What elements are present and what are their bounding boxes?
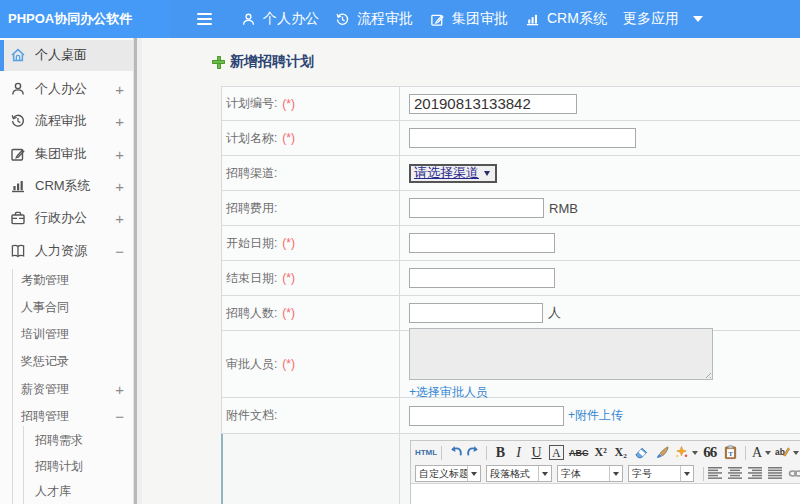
editor-content-area[interactable]: [411, 484, 800, 504]
form-input-cell: [400, 121, 800, 155]
editor-strikethrough-button[interactable]: ABC: [567, 443, 591, 463]
end-date-input[interactable]: [409, 268, 555, 288]
editor-custom-title-combo[interactable]: 自定义标题: [415, 465, 481, 482]
approver-textarea[interactable]: [409, 328, 713, 380]
sidebar-item-personal-office[interactable]: 个人办公+: [0, 73, 133, 105]
combo-arrow[interactable]: [609, 466, 622, 481]
sidebar-item-personal-desktop[interactable]: 个人桌面: [0, 40, 133, 71]
sidebar-scrollbar-thumb[interactable]: [134, 38, 137, 504]
required-marker: (*): [282, 271, 295, 285]
editor-emoticons-button[interactable]: [673, 443, 700, 463]
sidebar-subitem-hr-contract[interactable]: 人事合同: [0, 294, 133, 321]
sidebar-item-label: 流程审批: [35, 112, 87, 130]
editor-highlight-button[interactable]: ab: [774, 443, 800, 463]
recruit-count-input[interactable]: [409, 303, 543, 323]
editor-source-button[interactable]: HTML: [415, 443, 437, 463]
editor-paste-button[interactable]: T: [720, 443, 741, 463]
editor-undo-button[interactable]: [446, 443, 464, 463]
editor-italic-button[interactable]: I: [510, 443, 527, 463]
clipboard-icon: T: [723, 445, 738, 460]
combo-arrow[interactable]: [538, 466, 551, 481]
sidebar-item-human-resources[interactable]: 人力资源−: [0, 234, 133, 266]
sidebar-item-workflow-approval[interactable]: 流程审批+: [0, 105, 133, 137]
menu-toggle-icon[interactable]: [197, 13, 212, 25]
input-suffix: RMB: [549, 201, 578, 216]
editor-fontcolor-button[interactable]: A: [750, 443, 774, 463]
resize-handle-icon[interactable]: [702, 369, 711, 378]
attachment-link[interactable]: +附件上传: [568, 407, 623, 424]
editor-bold-button[interactable]: B: [491, 443, 510, 463]
editor-superscript-button[interactable]: X²: [591, 443, 611, 463]
form-label: 审批人员:: [226, 356, 277, 373]
svg-text:ab: ab: [775, 447, 785, 457]
topnav-label: 更多应用: [623, 10, 679, 28]
expand-toggle-icon[interactable]: +: [115, 210, 124, 227]
sidebar-submenu: 考勤管理人事合同培训管理奖惩记录薪资管理+招聘管理−招聘需求招聘计划人才库: [0, 267, 133, 504]
editor-link-button[interactable]: [788, 468, 800, 480]
sidebar-subitem-talent-pool[interactable]: 人才库: [0, 479, 133, 504]
form-input-cell: RMB: [400, 191, 800, 225]
sidebar-scrollbar[interactable]: [134, 38, 142, 504]
plan-name-input[interactable]: [409, 128, 636, 148]
sidebar-subitem-recruit-demand[interactable]: 招聘需求: [0, 428, 133, 454]
expand-toggle-icon[interactable]: +: [115, 381, 124, 398]
form-label: 招聘人数:: [226, 305, 277, 322]
topnav-item-more-apps[interactable]: 更多应用: [623, 0, 703, 38]
sidebar-subitem-salary-mgmt[interactable]: 薪资管理+: [0, 376, 133, 403]
editor-underline-button[interactable]: U: [527, 443, 546, 463]
sidebar-subitem-reward-punish-record[interactable]: 奖惩记录: [0, 348, 133, 375]
combo-arrow[interactable]: [467, 466, 480, 481]
topnav-item-crm-system[interactable]: CRM系统: [525, 0, 607, 38]
editor-removeformat-button[interactable]: [631, 443, 652, 463]
editor-redo-button[interactable]: [464, 443, 482, 463]
sidebar-subitem-label: 奖惩记录: [21, 353, 69, 370]
form-row-plan-name: 计划名称:(*): [221, 121, 800, 156]
caret-down-icon: [793, 451, 799, 455]
editor-paragraph-format-combo[interactable]: 段落格式: [486, 465, 552, 482]
form-label: 计划编号:: [226, 95, 277, 112]
expand-toggle-icon[interactable]: +: [115, 81, 124, 98]
editor-subscript-button[interactable]: X₂: [611, 443, 631, 463]
editor-fontstyle-button[interactable]: A: [549, 445, 564, 460]
form-label-cell: 审批人员:(*): [221, 331, 400, 397]
sidebar-subitem-attendance-mgmt[interactable]: 考勤管理: [0, 267, 133, 294]
attachment-input[interactable]: [409, 406, 564, 426]
form-row-approver: 审批人员:(*)+选择审批人员: [221, 331, 800, 398]
form-label-cell: 招聘渠道:: [221, 156, 400, 190]
expand-toggle-icon[interactable]: −: [115, 408, 124, 425]
plan-number-input[interactable]: [409, 94, 577, 114]
highlight-icon: ab: [775, 445, 790, 460]
expand-toggle-icon[interactable]: +: [115, 178, 124, 195]
expand-toggle-icon[interactable]: +: [115, 145, 124, 162]
recruit-cost-input[interactable]: [409, 198, 544, 218]
user-icon: [241, 12, 256, 27]
sidebar-item-admin-office[interactable]: 行政办公+: [0, 202, 133, 234]
start-date-input[interactable]: [409, 233, 555, 253]
editor-align-right-button[interactable]: [748, 468, 762, 480]
topnav-item-group-approval[interactable]: 集团审批: [430, 0, 508, 38]
justify-icon: [768, 467, 782, 480]
sidebar-subitem-training-mgmt[interactable]: 培训管理: [0, 321, 133, 348]
expand-toggle-icon[interactable]: −: [115, 242, 124, 259]
editor-font-family-combo[interactable]: 字体: [557, 465, 623, 482]
sidebar-subitem-recruit-mgmt[interactable]: 招聘管理−: [0, 403, 133, 430]
redo-icon: [466, 445, 481, 460]
recruit-channel-select[interactable]: 请选择渠道: [409, 164, 497, 183]
sidebar-item-label: 人力资源: [35, 242, 87, 260]
combo-arrow[interactable]: [680, 466, 693, 481]
topnav-item-workflow-approval[interactable]: 流程审批: [335, 0, 413, 38]
rich-text-editor: HTMLBIUAABCX²X₂66TAab 自定义标题段落格式字体字号: [410, 440, 800, 504]
editor-formatbrush-button[interactable]: [652, 443, 673, 463]
editor-justify-button[interactable]: [768, 468, 782, 480]
editor-align-center-button[interactable]: [728, 468, 742, 480]
sidebar-item-crm-system[interactable]: CRM系统+: [0, 170, 133, 202]
caret-down-icon: [692, 451, 698, 455]
expand-toggle-icon[interactable]: +: [115, 113, 124, 130]
undo-icon: [448, 445, 463, 460]
editor-align-left-button[interactable]: [708, 468, 722, 480]
topnav-item-personal-office[interactable]: 个人办公: [241, 0, 319, 38]
sidebar-subitem-recruit-plan[interactable]: 招聘计划: [0, 453, 133, 479]
sidebar-item-group-approval[interactable]: 集团审批+: [0, 138, 133, 170]
editor-font-size-combo[interactable]: 字号: [628, 465, 694, 482]
editor-blockquote-button[interactable]: 66: [700, 443, 720, 463]
